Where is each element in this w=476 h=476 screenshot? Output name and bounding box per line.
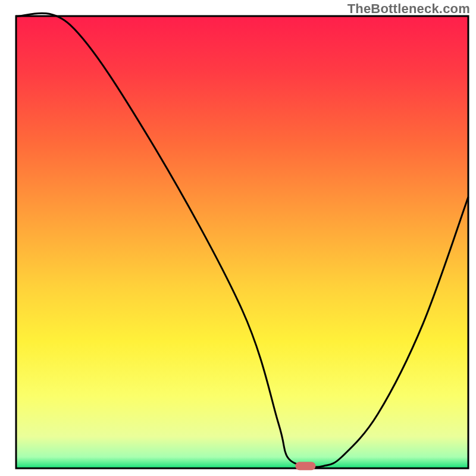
optimal-point-marker	[295, 462, 315, 470]
plot-background	[16, 16, 468, 468]
chart-container: TheBottleneck.com	[0, 0, 476, 476]
bottleneck-chart	[0, 0, 476, 476]
